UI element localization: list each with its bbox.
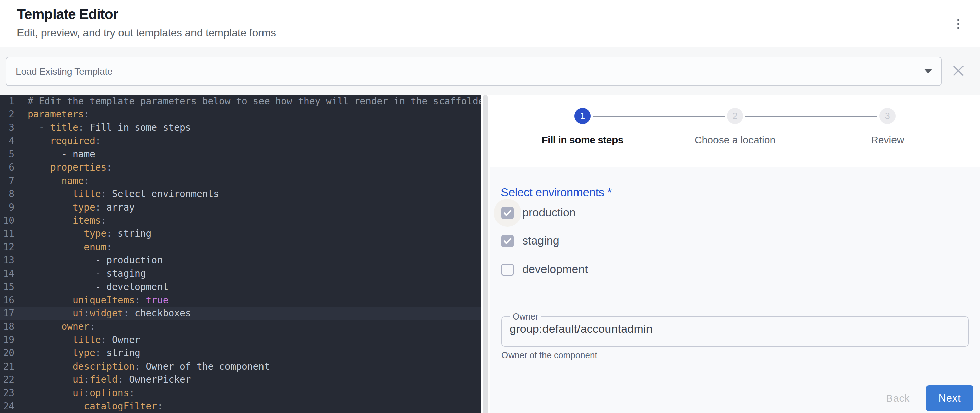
stepper-step[interactable]: 2Choose a location [659, 108, 811, 167]
step-connector [593, 116, 725, 117]
checkbox-label[interactable]: production [522, 206, 576, 219]
close-x-icon[interactable] [951, 63, 966, 78]
form-area: Select environments * productionstagingd… [490, 167, 980, 413]
line-number: 23 [0, 386, 14, 400]
checkbox-checked[interactable] [501, 207, 514, 219]
checkbox-unchecked[interactable] [501, 264, 514, 276]
load-template-select-label: Load Existing Template [16, 57, 113, 86]
checkbox-checked[interactable] [501, 235, 514, 247]
code-line[interactable]: 16 uniqueItems: true [0, 294, 480, 307]
line-number: 13 [0, 254, 14, 267]
code-text: - development [28, 280, 168, 293]
line-number: 18 [0, 320, 14, 333]
line-number: 22 [0, 373, 14, 386]
line-number: 3 [0, 121, 14, 134]
code-line[interactable]: 2parameters: [0, 108, 480, 121]
code-editor[interactable]: 1# Edit the template parameters below to… [0, 95, 480, 413]
line-number: 12 [0, 240, 14, 254]
code-line[interactable]: 14 - staging [0, 267, 480, 280]
line-number: 15 [0, 280, 14, 293]
line-number: 9 [0, 201, 14, 214]
code-text: title: Select environments [28, 187, 219, 200]
stepper: 1Fill in some steps2Choose a location3Re… [490, 95, 980, 167]
step-circle: 3 [880, 108, 896, 124]
code-line[interactable]: 23 ui:options: [0, 386, 480, 400]
code-text: name: [28, 174, 89, 187]
code-line[interactable]: 3 - title: Fill in some steps [0, 121, 480, 134]
kebab-dot [958, 19, 960, 21]
code-text: ui:options: [28, 386, 135, 400]
dropdown-caret-icon [924, 68, 932, 73]
preview-panel: 1Fill in some steps2Choose a location3Re… [490, 95, 980, 413]
main-content: 1# Edit the template parameters below to… [0, 95, 980, 413]
code-text: enum: [28, 240, 112, 254]
back-button[interactable]: Back [875, 388, 920, 409]
code-line[interactable]: 18 owner: [0, 320, 480, 333]
step-label: Review [871, 134, 904, 146]
line-number: 8 [0, 187, 14, 200]
code-line[interactable]: 7 name: [0, 174, 480, 187]
owner-field-value[interactable]: group:default/accountadmin [509, 322, 652, 335]
step-connector [745, 116, 877, 117]
line-number: 20 [0, 346, 14, 359]
checkbox-label[interactable]: development [522, 263, 588, 276]
line-number: 7 [0, 174, 14, 187]
code-text: parameters: [28, 108, 89, 121]
checkbox-label[interactable]: staging [522, 234, 559, 247]
next-button[interactable]: Next [926, 385, 973, 411]
step-circle: 2 [727, 108, 743, 124]
wizard-footer: Back Next [875, 385, 973, 411]
line-number: 14 [0, 267, 14, 280]
step-label: Choose a location [695, 134, 775, 146]
more-vert-icon[interactable] [950, 15, 967, 33]
field-group-label: Select environments * [501, 186, 612, 199]
line-number: 2 [0, 108, 14, 121]
code-line[interactable]: 11 type: string [0, 227, 480, 240]
code-line[interactable]: 4 required: [0, 134, 480, 147]
code-line[interactable]: 13 - production [0, 254, 480, 267]
code-line[interactable]: 21 description: Owner of the component [0, 360, 480, 373]
page-title: Template Editor [17, 6, 118, 22]
checkbox-row: development [490, 264, 980, 276]
code-line[interactable]: 20 type: string [0, 346, 480, 359]
code-text: catalogFilter: [28, 400, 163, 413]
required-asterisk: * [605, 186, 612, 199]
checkbox-row: production [490, 207, 980, 219]
stepper-step[interactable]: 1Fill in some steps [506, 108, 659, 167]
page-subtitle: Edit, preview, and try out templates and… [17, 27, 276, 39]
line-number: 5 [0, 148, 14, 161]
code-text: title: Owner [28, 333, 140, 346]
kebab-dot [958, 27, 960, 29]
pane-resize-handle[interactable] [483, 95, 488, 413]
field-group-label-text: Select environments [501, 186, 605, 199]
line-number: 19 [0, 333, 14, 346]
code-line[interactable]: 24 catalogFilter: [0, 400, 480, 413]
load-template-select[interactable]: Load Existing Template [6, 57, 942, 86]
code-line[interactable]: 8 title: Select environments [0, 187, 480, 200]
code-text: - title: Fill in some steps [28, 121, 191, 134]
code-text: required: [28, 134, 101, 147]
code-line[interactable]: 1# Edit the template parameters below to… [0, 95, 480, 108]
code-text: properties: [28, 161, 112, 174]
code-line[interactable]: 17 ui:widget: checkboxes [0, 307, 480, 320]
step-label: Fill in some steps [541, 134, 623, 146]
code-line[interactable]: 19 title: Owner [0, 333, 480, 346]
code-line[interactable]: 10 items: [0, 214, 480, 227]
code-line[interactable]: 22 ui:field: OwnerPicker [0, 373, 480, 386]
code-line[interactable]: 15 - development [0, 280, 480, 293]
owner-field-helper: Owner of the component [501, 350, 597, 361]
stepper-step[interactable]: 3Review [811, 108, 964, 167]
checkbox-row: staging [490, 235, 980, 247]
code-text: ui:widget: checkboxes [28, 307, 191, 320]
code-text: - production [28, 254, 163, 267]
code-line[interactable]: 9 type: array [0, 201, 480, 214]
page-header: Template Editor Edit, preview, and try o… [0, 0, 980, 48]
code-line[interactable]: 5 - name [0, 148, 480, 161]
code-line[interactable]: 12 enum: [0, 240, 480, 254]
code-line[interactable]: 6 properties: [0, 161, 480, 174]
code-text: - staging [28, 267, 146, 280]
code-text: # Edit the template parameters below to … [28, 95, 480, 108]
pane-divider [480, 95, 490, 413]
step-circle: 1 [574, 108, 590, 124]
code-text: owner: [28, 320, 95, 333]
